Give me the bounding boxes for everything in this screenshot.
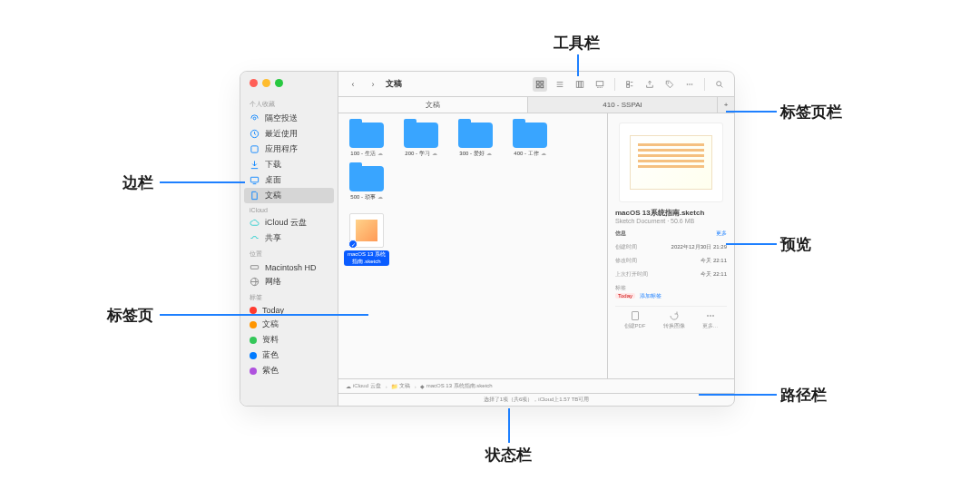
sidebar-tag-documents[interactable]: 文稿 (240, 317, 338, 332)
minimize-button[interactable] (262, 79, 270, 87)
sidebar-item-icloud-drive[interactable]: iCloud 云盘 (240, 215, 338, 230)
path-bar: ☁ iCloud 云盘 📁 文稿 ◆ macOS 13 系统指南.sketch (338, 378, 734, 393)
zoom-button[interactable] (275, 79, 283, 87)
tab-active[interactable]: 文稿 (338, 97, 528, 113)
path-crumb[interactable]: 📁 文稿 (391, 382, 416, 390)
document-thumbnail: ✓ (349, 213, 384, 248)
sidebar-tag-blue[interactable]: 蓝色 (240, 348, 338, 363)
sidebar-tag-purple[interactable]: 紫色 (240, 363, 338, 378)
svg-point-0 (253, 117, 256, 120)
preview-add-tag[interactable]: 添加标签 (640, 293, 662, 299)
svg-point-17 (687, 83, 689, 85)
cloud-status-icon: ☁ (377, 151, 383, 157)
sidebar-section-favorites: 个人收藏 (240, 96, 338, 111)
callout-toolbar: 工具栏 (554, 33, 600, 54)
sidebar-item-shared[interactable]: 共享 (240, 230, 338, 246)
folder-item[interactable]: 400 - 工作☁ (507, 122, 553, 157)
sidebar-item-airdrop[interactable]: 隔空投送 (240, 111, 338, 126)
ellipsis-icon (685, 80, 694, 89)
svg-point-23 (710, 315, 711, 317)
window-controls (240, 79, 338, 96)
path-crumb[interactable]: ☁ iCloud 云盘 (346, 382, 387, 390)
tag-dot-red (250, 307, 257, 314)
svg-point-22 (707, 315, 709, 317)
view-columns-button[interactable] (573, 77, 587, 92)
sidebar-tag-material[interactable]: 资料 (240, 332, 338, 348)
preview-more-link[interactable]: 更多 (716, 230, 727, 238)
preview-filename: macOS 13系统指南.sketch (615, 208, 727, 218)
preview-thumbnail (619, 122, 723, 202)
svg-point-18 (689, 83, 691, 85)
search-button[interactable] (712, 77, 727, 92)
status-text: 选择了1项（共6项），iCloud上1.57 TB可用 (484, 396, 590, 404)
action-button[interactable] (682, 77, 697, 92)
callout-preview: 预览 (780, 234, 811, 255)
view-icon-button[interactable] (533, 77, 547, 92)
sidebar-section-tags: 标签 (240, 289, 338, 304)
sidebar-item-recents[interactable]: 最近使用 (240, 126, 338, 142)
preview-tags-header: 标签 (615, 284, 727, 292)
preview-actions: 创建PDF 转换图像 更多… (615, 306, 727, 330)
callout-statusbar: 状态栏 (485, 445, 532, 466)
sidebar-item-network[interactable]: 网络 (240, 274, 338, 289)
folder-item[interactable]: 500 - 琐事☁ (344, 166, 389, 201)
folder-item[interactable]: 300 - 爱好☁ (453, 122, 498, 157)
file-item-selected[interactable]: ✓ macOS 13 系统指南.sketch (344, 213, 389, 265)
view-list-button[interactable] (553, 77, 567, 92)
preview-pane: macOS 13系统指南.sketch Sketch Document · 50… (607, 113, 734, 378)
tag-dot-blue (250, 352, 257, 359)
back-button[interactable]: ‹ (346, 77, 360, 92)
clock-icon (250, 129, 260, 139)
action-convert-image[interactable]: 转换图像 (663, 310, 685, 330)
tag-dot-green (250, 337, 257, 344)
callout-tabbar: 标签页栏 (780, 102, 842, 122)
folder-icon (404, 122, 438, 148)
more-icon (705, 310, 716, 321)
sidebar: 个人收藏 隔空投送 最近使用 应用程序 下载 桌面 文稿 iCloud iCl (240, 72, 338, 406)
svg-rect-15 (627, 84, 630, 87)
folder-icon (458, 122, 493, 148)
app-icon (250, 144, 260, 154)
svg-point-16 (668, 82, 669, 83)
path-crumb[interactable]: ◆ macOS 13 系统指南.sketch (420, 382, 497, 390)
callout-pathbar: 路径栏 (780, 385, 827, 406)
preview-info-header: 信息 (615, 230, 626, 238)
view-gallery-button[interactable] (593, 77, 607, 92)
folder-icon (349, 166, 384, 191)
rotate-icon (669, 310, 680, 321)
shared-icon (250, 233, 260, 243)
callout-sidebar: 边栏 (122, 172, 153, 193)
svg-rect-6 (536, 81, 539, 83)
download-icon (250, 160, 260, 170)
toolbar-title: 文稿 (386, 78, 402, 90)
folder-item[interactable]: 100 - 生活☁ (344, 122, 389, 157)
grid-icon (535, 80, 544, 89)
action-create-pdf[interactable]: 创建PDF (624, 310, 646, 330)
sidebar-item-desktop[interactable]: 桌面 (240, 172, 338, 188)
share-button[interactable] (642, 77, 657, 92)
svg-point-24 (712, 315, 714, 317)
file-grid[interactable]: 100 - 生活☁ 200 - 学习☁ 300 - 爱好☁ 400 - 工作☁ (338, 113, 607, 378)
svg-rect-2 (251, 146, 258, 152)
status-bar: 选择了1项（共6项），iCloud上1.57 TB可用 (338, 393, 734, 406)
sidebar-item-documents[interactable]: 文稿 (244, 188, 334, 203)
svg-rect-8 (536, 84, 539, 87)
search-icon (715, 80, 724, 89)
cloud-status-icon: ☁ (377, 194, 383, 201)
sidebar-item-downloads[interactable]: 下载 (240, 157, 338, 172)
sync-badge-icon: ✓ (348, 240, 358, 249)
tab-inactive[interactable]: 410 - SSPAI (528, 97, 718, 113)
forward-button[interactable]: › (366, 77, 380, 92)
sidebar-item-applications[interactable]: 应用程序 (240, 142, 338, 157)
content-body: 100 - 生活☁ 200 - 学习☁ 300 - 爱好☁ 400 - 工作☁ (338, 113, 734, 378)
group-button[interactable] (622, 77, 637, 92)
sidebar-section-locations: 位置 (240, 246, 338, 260)
svg-rect-21 (632, 312, 638, 320)
tag-button[interactable] (662, 77, 677, 92)
sidebar-item-macintosh-hd[interactable]: Macintosh HD (240, 260, 338, 274)
close-button[interactable] (250, 79, 258, 87)
list-icon (555, 80, 564, 89)
action-more[interactable]: 更多… (702, 310, 719, 330)
folder-item[interactable]: 200 - 学习☁ (398, 122, 444, 157)
preview-tag-today[interactable]: Today (615, 293, 635, 299)
